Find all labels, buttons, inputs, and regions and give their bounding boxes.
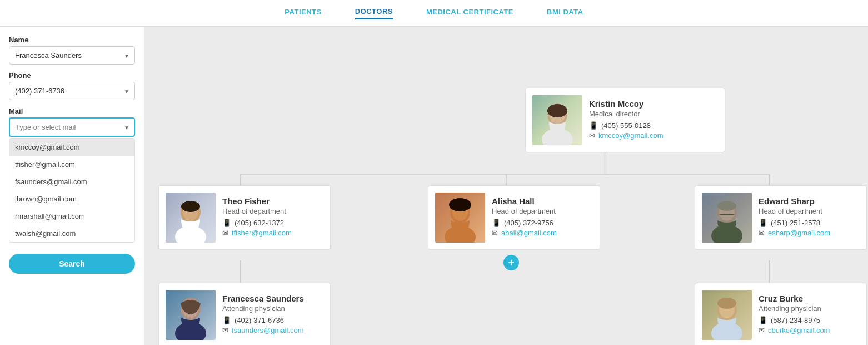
- mail-option-1[interactable]: tfisher@gmail.com: [9, 156, 134, 173]
- doctor-email-row-francesca: ✉ fsaunders@gmail.com: [222, 326, 304, 334]
- doctor-email-francesca[interactable]: fsaunders@gmail.com: [232, 326, 304, 334]
- doctor-info-kristin: Kristin Mccoy Medical director 📱 (405) 5…: [589, 99, 664, 141]
- doctor-phone-theo: 📱 (405) 632-1372: [222, 219, 292, 227]
- doctor-email-row-alisha: ✉ ahall@gmail.com: [492, 229, 557, 237]
- phone-icon-alisha: 📱: [492, 219, 501, 227]
- phone-select[interactable]: (402) 371-6736: [9, 82, 135, 100]
- name-field-group: Name Francesca Saunders: [9, 36, 135, 65]
- doctor-phone-value-francesca: (402) 371-6736: [235, 316, 284, 324]
- avatar-theo: [166, 193, 216, 243]
- tab-medical-certificate[interactable]: MEDICAL CERTIFICATE: [426, 8, 513, 18]
- svg-point-30: [717, 298, 736, 309]
- doctor-email-row-theo: ✉ tfisher@gmail.com: [222, 229, 292, 237]
- phone-icon-theo: 📱: [222, 219, 231, 227]
- search-button[interactable]: Search: [9, 254, 135, 274]
- doctor-name-francesca: Francesca Saunders: [222, 294, 304, 303]
- doctor-card-cruz: Cruz Burke Attending physician 📱 (587) 2…: [695, 283, 867, 345]
- doctor-phone-value-kristin: (405) 555-0128: [601, 121, 651, 130]
- tab-patients[interactable]: PATIENTS: [285, 8, 321, 18]
- doctor-info-theo: Theo Fisher Head of department 📱 (405) 6…: [222, 196, 292, 239]
- doctor-email-theo[interactable]: tfisher@gmail.com: [232, 229, 292, 237]
- doctor-name-alisha: Alisha Hall: [492, 196, 557, 206]
- doctor-email-cruz[interactable]: cburke@gmail.com: [768, 326, 830, 334]
- doctor-info-francesca: Francesca Saunders Attending physician 📱…: [222, 294, 304, 336]
- doctor-email-kristin[interactable]: kmccoy@gmail.com: [598, 131, 664, 140]
- doctor-name-cruz: Cruz Burke: [759, 294, 830, 303]
- doctor-phone-alisha: 📱 (405) 372-9756: [492, 219, 557, 227]
- avatar-edward: [702, 193, 752, 243]
- doctor-role-edward: Head of department: [759, 207, 830, 215]
- doctor-phone-cruz: 📱 (587) 234-8975: [759, 316, 830, 324]
- email-icon-francesca: ✉: [222, 326, 228, 334]
- mail-option-4[interactable]: rmarshall@gmail.com: [9, 208, 134, 225]
- phone-icon-cruz: 📱: [759, 316, 767, 324]
- doctor-name-kristin: Kristin Mccoy: [589, 99, 664, 109]
- avatar-alisha: [435, 193, 485, 243]
- doctor-email-row-edward: ✉ esharp@gmail.com: [759, 229, 830, 237]
- phone-select-wrapper: (402) 371-6736: [9, 82, 135, 100]
- doctor-phone-value-theo: (405) 632-1372: [235, 219, 284, 227]
- doctor-phone-edward: 📱 (451) 251-2578: [759, 219, 830, 227]
- phone-icon-francesca: 📱: [222, 316, 231, 324]
- name-select[interactable]: Francesca Saunders: [9, 46, 135, 65]
- doctor-role-kristin: Medical director: [589, 110, 664, 118]
- email-icon-kristin: ✉: [589, 131, 595, 140]
- photo-kristin: [532, 95, 582, 145]
- mail-input-wrapper: [9, 117, 135, 137]
- name-select-wrapper: Francesca Saunders: [9, 46, 135, 65]
- email-icon-cruz: ✉: [759, 326, 765, 334]
- doctor-role-alisha: Head of department: [492, 207, 557, 215]
- doctor-phone-value-alisha: (405) 372-9756: [504, 219, 553, 227]
- phone-label: Phone: [9, 71, 135, 80]
- doctor-email-row-kristin: ✉ kmccoy@gmail.com: [589, 131, 664, 140]
- mail-option-0[interactable]: kmccoy@gmail.com: [9, 139, 134, 156]
- avatar-cruz: [702, 290, 752, 340]
- avatar-francesca: [166, 290, 216, 340]
- svg-point-14: [181, 201, 200, 212]
- photo-francesca: [166, 290, 216, 340]
- tab-doctors[interactable]: DOCTORS: [355, 7, 393, 19]
- chart-area: Kristin Mccoy Medical director 📱 (405) 5…: [144, 27, 868, 345]
- svg-point-22: [717, 201, 736, 211]
- mail-input[interactable]: [9, 117, 135, 137]
- phone-icon-edward: 📱: [759, 219, 767, 227]
- doctor-email-alisha[interactable]: ahall@gmail.com: [501, 229, 557, 237]
- tab-bmi-data[interactable]: BMI DATA: [547, 8, 583, 18]
- mail-field-group: Mail kmccoy@gmail.com tfisher@gmail.com …: [9, 107, 135, 243]
- svg-point-18: [449, 198, 471, 211]
- doctor-role-cruz: Attending physician: [759, 304, 830, 313]
- doctor-card-edward: Edward Sharp Head of department 📱 (451) …: [695, 185, 867, 250]
- phone-field-group: Phone (402) 371-6736: [9, 71, 135, 100]
- sidebar: Name Francesca Saunders Phone (402) 371-…: [0, 27, 144, 345]
- mail-option-2[interactable]: fsaunders@gmail.com: [9, 173, 134, 190]
- doctor-role-theo: Head of department: [222, 207, 292, 215]
- doctor-name-theo: Theo Fisher: [222, 196, 292, 206]
- doctor-email-row-cruz: ✉ cburke@gmail.com: [759, 326, 830, 334]
- photo-theo: [166, 193, 216, 243]
- mail-option-3[interactable]: jbrown@gmail.com: [9, 190, 134, 208]
- top-navigation: PATIENTS DOCTORS MEDICAL CERTIFICATE BMI…: [0, 0, 868, 27]
- name-label: Name: [9, 36, 135, 44]
- email-icon-alisha: ✉: [492, 229, 498, 237]
- svg-rect-23: [720, 214, 734, 215]
- doctor-role-francesca: Attending physician: [222, 304, 304, 313]
- doctor-card-francesca: Francesca Saunders Attending physician 📱…: [158, 283, 331, 345]
- doctor-info-cruz: Cruz Burke Attending physician 📱 (587) 2…: [759, 294, 830, 336]
- avatar-kristin: [532, 95, 582, 145]
- doctor-email-edward[interactable]: esharp@gmail.com: [768, 229, 830, 237]
- phone-icon-kristin: 📱: [589, 121, 598, 130]
- mail-label: Mail: [9, 107, 135, 115]
- add-under-alisha-button[interactable]: +: [503, 255, 519, 270]
- photo-alisha: [435, 193, 485, 243]
- photo-edward: [702, 193, 752, 243]
- mail-dropdown-list: kmccoy@gmail.com tfisher@gmail.com fsaun…: [9, 138, 135, 243]
- doctor-card-theo: Theo Fisher Head of department 📱 (405) 6…: [158, 185, 331, 250]
- doctor-info-alisha: Alisha Hall Head of department 📱 (405) 3…: [492, 196, 557, 239]
- doctor-phone-value-edward: (451) 251-2578: [771, 219, 820, 227]
- doctor-name-edward: Edward Sharp: [759, 196, 830, 206]
- org-chart: Kristin Mccoy Medical director 📱 (405) 5…: [156, 38, 857, 345]
- doctor-info-edward: Edward Sharp Head of department 📱 (451) …: [759, 196, 830, 239]
- photo-cruz: [702, 290, 752, 340]
- doctor-phone-francesca: 📱 (402) 371-6736: [222, 316, 304, 324]
- mail-option-5[interactable]: twalsh@gmail.com: [9, 225, 134, 242]
